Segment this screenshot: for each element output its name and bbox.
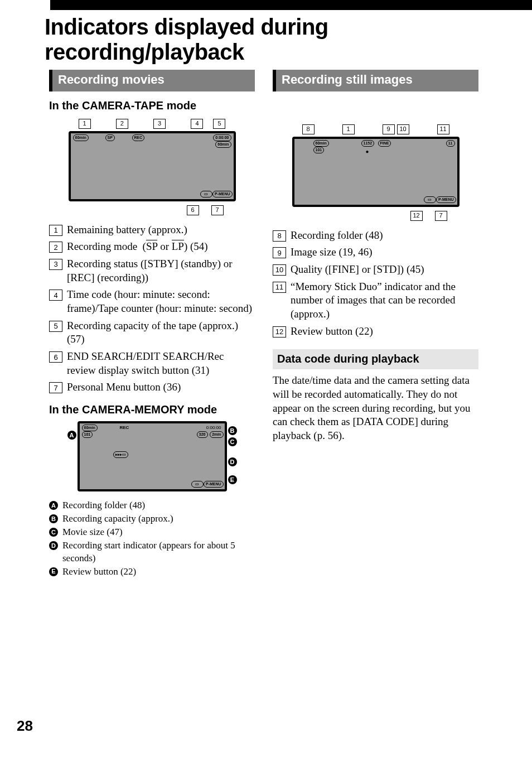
callout-7b: 7 [435, 211, 447, 221]
list-item: DRecording start indicator (appears for … [49, 539, 255, 564]
record-dot-icon: ● [366, 148, 369, 155]
index-box: 5 [49, 321, 62, 332]
index-box: 7 [49, 382, 62, 393]
index-box: 2 [49, 242, 62, 253]
page-title: Indicators displayed during recording/pl… [45, 15, 532, 65]
header-bar [50, 0, 532, 10]
list-item: 11“Memory Stick Duo” indicator and the n… [273, 280, 478, 321]
item-text: Recording folder (48) [62, 499, 145, 512]
callout-10: 10 [397, 124, 409, 134]
right-column: Recording still images 8 1 9 10 11 60min [273, 70, 478, 579]
callout-1b: 1 [342, 124, 355, 134]
list-item: ARecording folder (48) [49, 499, 255, 512]
folder-indicator: 101 [313, 147, 325, 153]
screen-frame: 60min 101 1152 FINE 11 ● ▭ P-MENU [292, 137, 460, 207]
review-icon: ▭ [424, 196, 436, 203]
index-box: 6 [49, 351, 62, 363]
item-text: Image size (19, 46) [291, 245, 373, 259]
list-item: 1Remaining battery (approx.) [49, 223, 255, 237]
callout-1: 1 [79, 119, 91, 129]
rec-indicator: REC [120, 425, 129, 431]
index-box: 4 [49, 290, 62, 301]
list-item: CMovie size (47) [49, 526, 255, 538]
tape-remaining-indicator: 60min [215, 141, 231, 148]
item-text: Recording mode (SP or LP) (54) [67, 240, 208, 254]
battery-indicator: 60min [82, 425, 98, 431]
item-text: Recording folder (48) [291, 229, 383, 243]
index-box: 3 [49, 259, 62, 270]
timecode-indicator: 0:00:00 [213, 134, 231, 141]
index-box: 1 [49, 225, 62, 236]
list-item: 8Recording folder (48) [273, 229, 478, 243]
folder-indicator: 101 [82, 431, 93, 438]
callout-D: D [228, 457, 237, 466]
index-circle: B [49, 514, 58, 523]
callout-C: C [228, 437, 237, 446]
lettered-list-memory: ARecording folder (48) BRecording capaci… [49, 499, 255, 578]
capacity-indicator: 2min [210, 431, 223, 438]
review-icon: ▭ [191, 481, 204, 488]
subhead-camera-memory: In the CAMERA-MEMORY mode [49, 402, 255, 417]
section-heading-recording-movies: Recording movies [49, 70, 255, 91]
battery-indicator: 60min [73, 134, 89, 141]
index-box: 8 [273, 230, 286, 242]
callout-3: 3 [153, 119, 166, 129]
callout-9: 9 [383, 124, 395, 134]
item-text: Recording capacity of the tape (approx.)… [67, 319, 255, 346]
paragraph-data-code: The date/time data and the camera settin… [273, 374, 478, 442]
item-text: END SEARCH/EDIT SEARCH/Rec review displa… [67, 350, 255, 377]
section-heading-still-images: Recording still images [273, 70, 478, 91]
callout-11: 11 [437, 124, 449, 134]
callout-B: B [228, 426, 237, 435]
rec-indicator: REC [132, 134, 145, 141]
index-circle: A [49, 501, 58, 510]
list-item: 4Time code (hour: minute: second: frame)… [49, 288, 255, 315]
subhead-camera-tape: In the CAMERA-TAPE mode [49, 98, 255, 113]
list-item: EReview button (22) [49, 566, 255, 578]
index-circle: D [49, 541, 58, 550]
list-item: 12Review button (22) [273, 325, 478, 339]
item-text: Personal Menu button (36) [67, 380, 181, 394]
numbered-list-still: 8Recording folder (48) 9Image size (19, … [273, 229, 478, 339]
columns: Recording movies In the CAMERA-TAPE mode… [49, 70, 478, 579]
item-text: Remaining battery (approx.) [67, 223, 187, 237]
battery-indicator: 60min [313, 140, 329, 147]
index-box: 12 [273, 326, 286, 337]
image-size-indicator: 1152 [361, 140, 375, 147]
callout-E: E [228, 475, 237, 484]
list-item: 7Personal Menu button (36) [49, 380, 255, 394]
index-box: 9 [273, 247, 286, 258]
item-text: Movie size (47) [62, 526, 123, 538]
item-text: “Memory Stick Duo” indicator and the num… [291, 280, 478, 321]
index-box: 10 [273, 264, 286, 276]
list-item: BRecording capacity (approx.) [49, 513, 255, 525]
list-item: 3Recording status ([STBY] (standby) or [… [49, 257, 255, 285]
movie-size-indicator: 320 [197, 431, 208, 438]
item-text: Recording capacity (approx.) [62, 513, 173, 525]
page-number: 28 [17, 717, 33, 735]
numbered-list-tape: 1Remaining battery (approx.) 2Recording … [49, 223, 255, 395]
index-box: 11 [273, 282, 286, 293]
callout-6: 6 [187, 205, 199, 215]
diagram-camera-tape: 1 2 3 4 5 60min SP REC 0:00:00 60min [69, 117, 236, 215]
index-circle: E [49, 567, 58, 576]
sp-indicator: SP [105, 134, 115, 141]
item-text: Recording start indicator (appears for a… [62, 539, 255, 564]
start-indicator-icon: ▸▸▸▭ [113, 451, 128, 458]
subhead-data-code: Data code during playback [273, 349, 478, 369]
list-item: 5Recording capacity of the tape (approx.… [49, 319, 255, 346]
item-text: Quality ([FINE] or [STD]) (45) [291, 263, 424, 277]
callout-4: 4 [191, 119, 203, 129]
list-item: 2Recording mode (SP or LP) (54) [49, 240, 255, 254]
pmenu-button: P-MENU [204, 481, 224, 488]
callout-5: 5 [213, 119, 225, 129]
diagram-still-images: 8 1 9 10 11 60min 101 1152 FINE 11 [292, 123, 460, 221]
pmenu-button: P-MENU [212, 191, 233, 197]
page: Indicators displayed during recording/pl… [0, 0, 532, 757]
pmenu-button: P-MENU [436, 196, 456, 203]
item-text: Review button (22) [291, 325, 373, 339]
quality-indicator: FINE [378, 140, 391, 147]
item-text: Review button (22) [62, 566, 136, 578]
item-text: Time code (hour: minute: second: frame)/… [67, 288, 255, 315]
callout-2: 2 [116, 119, 128, 129]
